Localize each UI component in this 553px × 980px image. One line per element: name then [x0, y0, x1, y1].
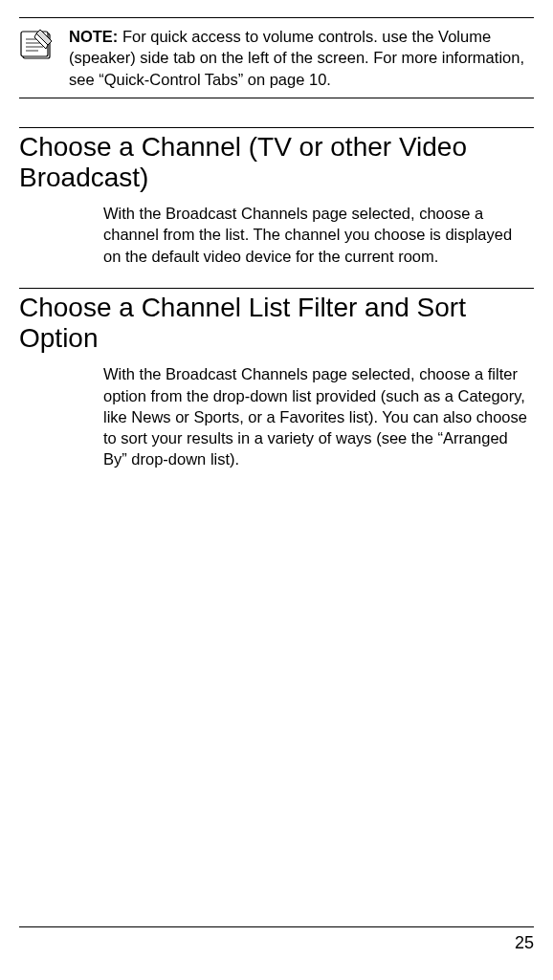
note-label: NOTE:: [69, 28, 118, 45]
section-choose-channel: Choose a Channel (TV or other Video Broa…: [19, 127, 534, 267]
note-text: NOTE: For quick access to volume control…: [69, 26, 534, 90]
section-body: With the Broadcast Channels page selecte…: [103, 363, 534, 469]
note-body: For quick access to volume controls. use…: [69, 28, 524, 88]
page-footer: 25: [19, 926, 534, 953]
note-icon: [19, 28, 57, 62]
section-heading: Choose a Channel List Filter and Sort Op…: [19, 288, 534, 354]
page-number: 25: [515, 933, 534, 952]
section-choose-filter: Choose a Channel List Filter and Sort Op…: [19, 288, 534, 470]
section-heading: Choose a Channel (TV or other Video Broa…: [19, 127, 534, 193]
section-body: With the Broadcast Channels page selecte…: [103, 203, 534, 267]
note-box: NOTE: For quick access to volume control…: [19, 17, 534, 98]
